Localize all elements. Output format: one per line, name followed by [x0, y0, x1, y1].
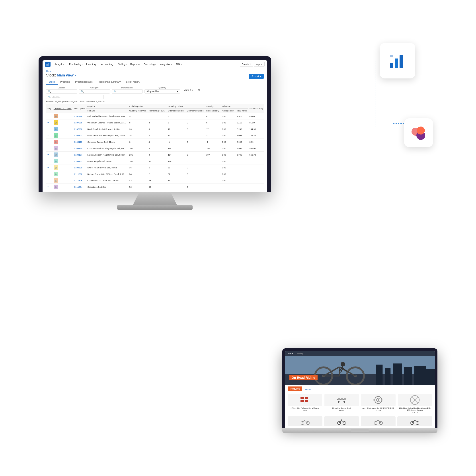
expand-icon[interactable]: +: [47, 160, 49, 163]
tab-stock[interactable]: Stock: [46, 79, 58, 85]
sort-icon[interactable]: ⇅: [198, 88, 201, 92]
category-input[interactable]: 🔍: [79, 89, 110, 94]
nav-selling[interactable]: Selling ▾: [117, 62, 128, 67]
table-row[interactable]: + 🚲 0109125 Chrome American Flag Bicycle…: [46, 145, 264, 152]
th-sku[interactable]: ↓ Product ID (SKU): [52, 104, 73, 113]
product-card-3[interactable]: 20in Steel Hollow Hub Bike Wheel, 145, 1…: [398, 394, 432, 414]
expand-icon[interactable]: +: [47, 179, 49, 182]
nav-accounting[interactable]: Accounting ▾: [100, 62, 116, 67]
nav-integrations[interactable]: Integrations: [158, 62, 173, 67]
import-button[interactable]: Import: [254, 62, 265, 67]
more-filters-button[interactable]: More: 1 ▾: [182, 88, 195, 92]
cell-plus-3[interactable]: +: [46, 132, 52, 139]
cell-velocity-4: 0.00: [221, 139, 235, 145]
location-input[interactable]: 🔍: [46, 89, 77, 94]
nav-fba[interactable]: FBA ▾: [174, 62, 183, 67]
cell-img-5: 🚲: [52, 145, 73, 152]
sku-link-9[interactable]: 0111202: [74, 173, 83, 175]
sku-link-10[interactable]: 0111505: [74, 179, 83, 182]
breadcrumb[interactable]: Home: [46, 70, 264, 72]
cell-sku-1[interactable]: 0107238: [73, 119, 86, 126]
sku-link-11[interactable]: 0111904: [74, 186, 83, 188]
cell-plus-0[interactable]: +: [46, 113, 52, 119]
cell-plus-1[interactable]: +: [46, 119, 52, 126]
cell-plus-8[interactable]: +: [46, 164, 52, 171]
store-catalog-link[interactable]: Catalog: [296, 352, 303, 355]
expand-icon[interactable]: +: [47, 185, 49, 188]
sku-link-6[interactable]: 0109137: [74, 153, 83, 156]
table-row[interactable]: + 🚲 0111505 Conversion Kit Crank Set Chr…: [46, 177, 264, 184]
cell-sku-0[interactable]: 0107226: [73, 113, 86, 119]
table-row[interactable]: + 🚲 0109137 Large American Flag Bicycle …: [46, 152, 264, 158]
expand-icon[interactable]: +: [47, 172, 49, 175]
sku-link-8[interactable]: 0109300: [74, 166, 83, 169]
sku-link-5[interactable]: 0109125: [74, 147, 83, 150]
nav-purchasing[interactable]: Purchasing ▾: [68, 62, 84, 67]
expand-icon[interactable]: +: [47, 153, 49, 156]
create-button[interactable]: Create ▾: [240, 62, 253, 67]
table-row[interactable]: + 🚲 0111202 Bottom Bracket Set 3/Piece C…: [46, 171, 264, 177]
nav-barcoding[interactable]: Barcoding ▾: [142, 62, 157, 67]
table-row[interactable]: + 🚲 0109113 Compass Bicycle Bell, 41mm 3…: [46, 139, 264, 145]
sku-link-3[interactable]: 0109101: [74, 134, 83, 137]
cell-plus-2[interactable]: +: [46, 126, 52, 132]
cell-sku-10[interactable]: 0111505: [73, 177, 86, 184]
export-button[interactable]: Export ▾: [249, 74, 264, 79]
table-row[interactable]: + 🚲 0109101 Black and Silver Mini Bicycl…: [46, 132, 264, 139]
store-home-link[interactable]: Home: [288, 352, 293, 355]
product-card-1[interactable]: 3 Bike Car Carrier, Black $80.94: [324, 394, 359, 414]
product-card-2[interactable]: Alloy Chainwheel Set 36/42/52T 54DCC $88…: [361, 394, 396, 414]
cell-plus-7[interactable]: +: [46, 158, 52, 164]
cell-sku-3[interactable]: 0109101: [73, 132, 86, 139]
cell-plus-10[interactable]: +: [46, 177, 52, 184]
cell-sku-11[interactable]: 0111904: [73, 184, 86, 190]
cell-sku-6[interactable]: 0109137: [73, 152, 86, 158]
sku-link-2[interactable]: 0107990: [74, 128, 83, 130]
manufacturer-input[interactable]: 🔍: [112, 89, 143, 94]
cell-plus-5[interactable]: +: [46, 145, 52, 152]
search-icon: 🔍: [114, 90, 116, 93]
table-row[interactable]: + 🚲 0109161 Flower Bicycle Bell, 38mm 18…: [46, 158, 264, 164]
product-card-0[interactable]: 4 Piece Bike Reflector Set w/Mounts $9.4…: [288, 394, 322, 414]
cell-sku-5[interactable]: 0109125: [73, 145, 86, 152]
expand-icon[interactable]: +: [47, 121, 49, 124]
expand-icon[interactable]: +: [47, 134, 49, 137]
table-row[interactable]: + 🚲 0107990 Black Steel Basket Bracket, …: [46, 126, 264, 132]
nav-analytics[interactable]: Analytics ▾: [53, 62, 67, 67]
expand-icon[interactable]: +: [47, 166, 49, 169]
quantity-select[interactable]: All quantities ▾: [144, 89, 180, 94]
expand-icon[interactable]: +: [47, 140, 49, 143]
nav-inventory[interactable]: Inventory ▾: [85, 62, 99, 67]
laptop-trackpad[interactable]: [351, 429, 369, 432]
th-valuation-group: Valuation: [221, 104, 248, 109]
table-row[interactable]: + 🚲 0109300 Sweet Heart Bicycle Bell, 34…: [46, 164, 264, 171]
view-all-link[interactable]: View all: [305, 389, 310, 391]
cell-plus-6[interactable]: +: [46, 152, 52, 158]
cell-sku-4[interactable]: 0109113: [73, 139, 86, 145]
expand-icon[interactable]: +: [47, 127, 49, 131]
nav-reports[interactable]: Reports ▾: [129, 62, 142, 67]
cell-sku-9[interactable]: 0111202: [73, 171, 86, 177]
cell-sku-2[interactable]: 0107990: [73, 126, 86, 132]
table-row[interactable]: + 🚲 0107226 Pink and White with Colored …: [46, 113, 264, 119]
expand-icon[interactable]: +: [47, 115, 49, 118]
expand-icon[interactable]: +: [47, 147, 49, 150]
cell-sku-8[interactable]: 0109300: [73, 164, 86, 171]
table-row[interactable]: + 🚲 0111904 CotterLess Bolt Cap 52 55 0: [46, 184, 264, 190]
cell-avgcost-4: 2.995: [235, 139, 248, 145]
tab-product-lookups[interactable]: Product lookups: [72, 79, 95, 85]
cell-plus-4[interactable]: +: [46, 139, 52, 145]
cell-plus-9[interactable]: +: [46, 171, 52, 177]
tab-products[interactable]: Products: [58, 79, 72, 85]
sku-link-4[interactable]: 0109113: [74, 141, 83, 143]
stock-table-container[interactable]: Img ↓ Product ID (SKU) Description Physi…: [46, 104, 264, 190]
table-row[interactable]: + 🚲 0107238 White with Colored Flowers B…: [46, 119, 264, 126]
search-input[interactable]: 🔍 Search...: [46, 95, 104, 99]
tab-stock-history[interactable]: Stock history: [123, 79, 143, 85]
cell-plus-11[interactable]: +: [46, 184, 52, 190]
sku-link-1[interactable]: 0107238: [74, 121, 83, 124]
sku-link-7[interactable]: 0109161: [74, 160, 83, 162]
tab-reordering-summary[interactable]: Reordering summary: [95, 79, 123, 85]
sku-link-0[interactable]: 0107226: [74, 115, 83, 118]
cell-sku-7[interactable]: 0109161: [73, 158, 86, 164]
